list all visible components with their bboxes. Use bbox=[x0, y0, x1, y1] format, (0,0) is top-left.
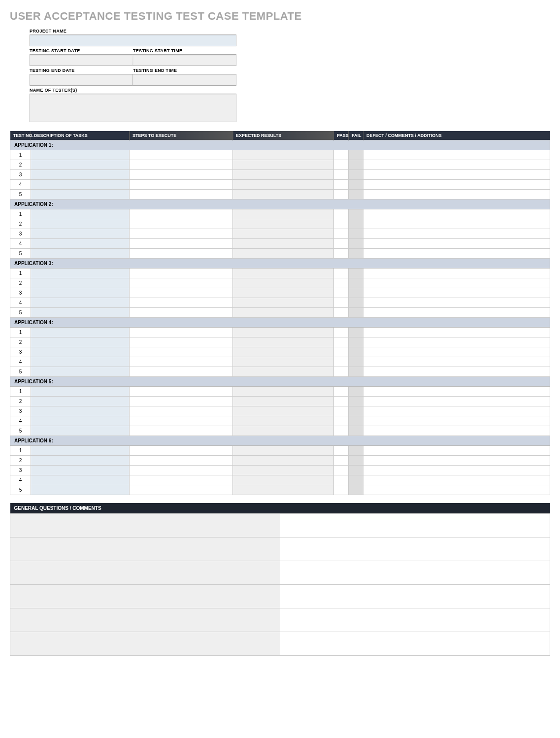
steps-cell[interactable] bbox=[130, 249, 233, 259]
description-cell[interactable] bbox=[31, 190, 130, 200]
defect-cell[interactable] bbox=[363, 229, 550, 239]
gq-label-cell[interactable] bbox=[10, 561, 280, 585]
pass-cell[interactable] bbox=[334, 229, 349, 239]
fail-cell[interactable] bbox=[349, 170, 363, 180]
gq-label-cell[interactable] bbox=[10, 514, 280, 537]
description-cell[interactable] bbox=[31, 337, 130, 347]
fail-cell[interactable] bbox=[349, 416, 363, 426]
gq-label-cell[interactable] bbox=[10, 608, 280, 632]
fail-cell[interactable] bbox=[349, 190, 363, 200]
pass-cell[interactable] bbox=[334, 298, 349, 308]
fail-cell[interactable] bbox=[349, 249, 363, 259]
expected-cell[interactable] bbox=[233, 406, 334, 416]
expected-cell[interactable] bbox=[233, 466, 334, 475]
steps-cell[interactable] bbox=[130, 337, 233, 347]
defect-cell[interactable] bbox=[363, 367, 550, 377]
pass-cell[interactable] bbox=[334, 357, 349, 367]
defect-cell[interactable] bbox=[363, 426, 550, 436]
expected-cell[interactable] bbox=[233, 288, 334, 298]
steps-cell[interactable] bbox=[130, 298, 233, 308]
fail-cell[interactable] bbox=[349, 466, 363, 475]
description-cell[interactable] bbox=[31, 229, 130, 239]
fail-cell[interactable] bbox=[349, 328, 363, 337]
description-cell[interactable] bbox=[31, 219, 130, 229]
expected-cell[interactable] bbox=[233, 347, 334, 357]
expected-cell[interactable] bbox=[233, 180, 334, 190]
pass-cell[interactable] bbox=[334, 466, 349, 475]
fail-cell[interactable] bbox=[349, 475, 363, 485]
fail-cell[interactable] bbox=[349, 347, 363, 357]
defect-cell[interactable] bbox=[363, 387, 550, 397]
steps-cell[interactable] bbox=[130, 229, 233, 239]
fail-cell[interactable] bbox=[349, 446, 363, 456]
expected-cell[interactable] bbox=[233, 278, 334, 288]
expected-cell[interactable] bbox=[233, 475, 334, 485]
pass-cell[interactable] bbox=[334, 446, 349, 456]
pass-cell[interactable] bbox=[334, 337, 349, 347]
defect-cell[interactable] bbox=[363, 298, 550, 308]
expected-cell[interactable] bbox=[233, 337, 334, 347]
pass-cell[interactable] bbox=[334, 416, 349, 426]
gq-value-cell[interactable] bbox=[280, 537, 550, 561]
expected-cell[interactable] bbox=[233, 170, 334, 180]
pass-cell[interactable] bbox=[334, 485, 349, 495]
expected-cell[interactable] bbox=[233, 446, 334, 456]
expected-cell[interactable] bbox=[233, 397, 334, 406]
defect-cell[interactable] bbox=[363, 190, 550, 200]
pass-cell[interactable] bbox=[334, 328, 349, 337]
defect-cell[interactable] bbox=[363, 219, 550, 229]
defect-cell[interactable] bbox=[363, 347, 550, 357]
steps-cell[interactable] bbox=[130, 387, 233, 397]
testers-input[interactable] bbox=[30, 94, 236, 122]
fail-cell[interactable] bbox=[349, 308, 363, 318]
description-cell[interactable] bbox=[31, 397, 130, 406]
expected-cell[interactable] bbox=[233, 426, 334, 436]
description-cell[interactable] bbox=[31, 160, 130, 170]
fail-cell[interactable] bbox=[349, 180, 363, 190]
gq-label-cell[interactable] bbox=[10, 585, 280, 608]
pass-cell[interactable] bbox=[334, 180, 349, 190]
expected-cell[interactable] bbox=[233, 416, 334, 426]
project-name-input[interactable] bbox=[30, 34, 236, 46]
fail-cell[interactable] bbox=[349, 367, 363, 377]
description-cell[interactable] bbox=[31, 475, 130, 485]
steps-cell[interactable] bbox=[130, 170, 233, 180]
expected-cell[interactable] bbox=[233, 150, 334, 160]
steps-cell[interactable] bbox=[130, 347, 233, 357]
fail-cell[interactable] bbox=[349, 298, 363, 308]
steps-cell[interactable] bbox=[130, 475, 233, 485]
steps-cell[interactable] bbox=[130, 416, 233, 426]
pass-cell[interactable] bbox=[334, 278, 349, 288]
end-date-input[interactable] bbox=[30, 74, 133, 86]
description-cell[interactable] bbox=[31, 278, 130, 288]
description-cell[interactable] bbox=[31, 328, 130, 337]
fail-cell[interactable] bbox=[349, 357, 363, 367]
defect-cell[interactable] bbox=[363, 239, 550, 249]
description-cell[interactable] bbox=[31, 150, 130, 160]
steps-cell[interactable] bbox=[130, 160, 233, 170]
pass-cell[interactable] bbox=[334, 160, 349, 170]
steps-cell[interactable] bbox=[130, 406, 233, 416]
expected-cell[interactable] bbox=[233, 485, 334, 495]
fail-cell[interactable] bbox=[349, 485, 363, 495]
steps-cell[interactable] bbox=[130, 150, 233, 160]
defect-cell[interactable] bbox=[363, 180, 550, 190]
fail-cell[interactable] bbox=[349, 268, 363, 278]
defect-cell[interactable] bbox=[363, 308, 550, 318]
steps-cell[interactable] bbox=[130, 239, 233, 249]
description-cell[interactable] bbox=[31, 456, 130, 466]
defect-cell[interactable] bbox=[363, 268, 550, 278]
defect-cell[interactable] bbox=[363, 406, 550, 416]
description-cell[interactable] bbox=[31, 249, 130, 259]
pass-cell[interactable] bbox=[334, 249, 349, 259]
pass-cell[interactable] bbox=[334, 367, 349, 377]
description-cell[interactable] bbox=[31, 367, 130, 377]
pass-cell[interactable] bbox=[334, 347, 349, 357]
description-cell[interactable] bbox=[31, 209, 130, 219]
fail-cell[interactable] bbox=[349, 278, 363, 288]
pass-cell[interactable] bbox=[334, 209, 349, 219]
fail-cell[interactable] bbox=[349, 387, 363, 397]
gq-label-cell[interactable] bbox=[10, 632, 280, 656]
expected-cell[interactable] bbox=[233, 249, 334, 259]
steps-cell[interactable] bbox=[130, 268, 233, 278]
